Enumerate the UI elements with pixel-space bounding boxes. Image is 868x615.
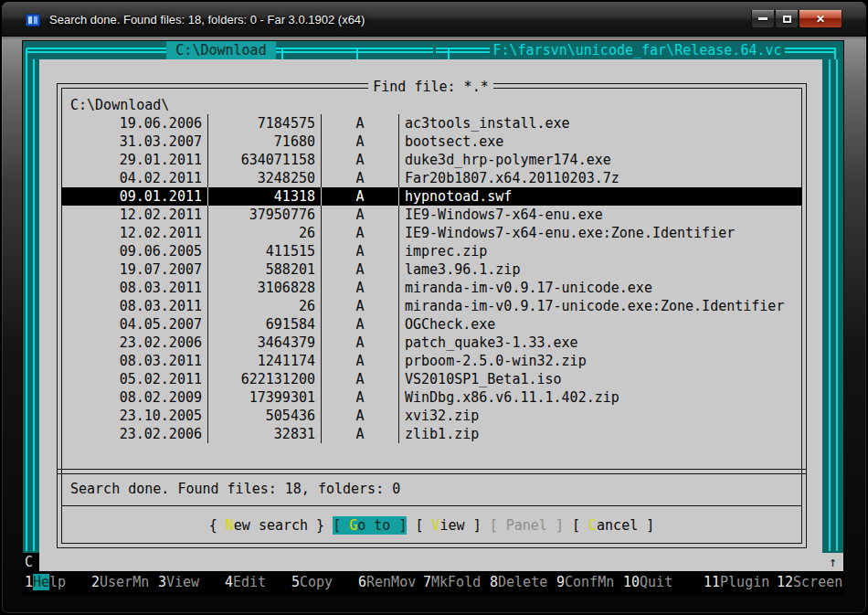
dialog-button[interactable]: [ Go to ] [333, 516, 407, 535]
keybar-number: 2 [91, 574, 100, 590]
file-size: 622131200 [208, 370, 322, 388]
dialog-button[interactable]: [ Panel ] [490, 516, 564, 535]
title-bar[interactable]: Search done. Found files: 18, folders: 0… [2, 2, 866, 37]
keybar-label: UserMn [100, 574, 149, 590]
file-size: 3106828 [208, 279, 322, 297]
file-size: 41318 [208, 187, 322, 206]
keybar-label: View [166, 574, 199, 590]
file-size: 26 [208, 224, 322, 242]
keybar-label: Edit [233, 574, 266, 590]
file-size: 411515 [208, 242, 322, 260]
file-row[interactable]: 09.06.2005 411515 A imprec.zip [61, 242, 802, 260]
keybar-item[interactable]: 2UserMn [91, 573, 149, 591]
file-date: 08.02.2009 [61, 388, 208, 407]
file-row[interactable]: 08.03.2011 26 A miranda-im-v0.9.17-unico… [61, 297, 802, 315]
file-row[interactable]: 09.01.2011 41318 A hypnotoad.swf [61, 187, 802, 206]
scroll-up-arrow[interactable]: ↑ [822, 553, 843, 571]
file-row[interactable]: 04.02.2011 3248250 A Far20b1807.x64.2011… [61, 169, 802, 187]
file-name: ac3tools_install.exe [399, 114, 802, 133]
button-hotkey: C [588, 517, 597, 534]
file-name: bootsect.exe [399, 133, 802, 151]
file-row[interactable]: 12.02.2011 26 A IE9-Windows7-x64-enu.exe… [61, 224, 802, 242]
keybar-item[interactable]: 9ConfMn [556, 573, 614, 591]
dialog-button[interactable]: [ Cancel ] [572, 516, 654, 535]
file-attr: A [322, 206, 399, 224]
left-panel-tab[interactable]: C:\Download [166, 41, 276, 59]
file-row[interactable]: 19.07.2007 588201 A lame3.96.1.zip [61, 260, 802, 279]
file-attr: A [322, 297, 399, 315]
keybar-item[interactable]: 1Help [25, 573, 66, 591]
keybar-cursor-highlight: He [33, 574, 49, 590]
file-row[interactable]: 12.02.2011 37950776 A IE9-Windows7-x64-e… [61, 206, 802, 224]
close-button[interactable]: ✕ [799, 10, 842, 28]
file-attr: A [322, 260, 399, 279]
keybar-item[interactable]: 7MkFold [423, 573, 481, 591]
file-date: 08.03.2011 [61, 352, 208, 370]
right-panel-edge [822, 59, 843, 553]
file-row[interactable]: 08.03.2011 3106828 A miranda-im-v0.9.17-… [61, 279, 802, 297]
file-row[interactable]: 23.02.2006 3464379 A patch_quake3-1.33.e… [61, 334, 802, 352]
file-row[interactable]: 08.02.2009 17399301 A WinDbg.x86.v6.11.1… [61, 388, 802, 407]
file-attr: A [322, 114, 399, 133]
file-row[interactable]: 05.02.2011 622131200 A VS2010SP1_Beta1.i… [61, 370, 802, 388]
file-name: WinDbg.x86.v6.11.1.402.zip [399, 388, 802, 407]
keybar-item[interactable]: 11Plugin [704, 573, 769, 591]
file-date: 23.02.2006 [61, 425, 208, 443]
keybar-label: lp [49, 574, 66, 590]
maximize-button[interactable] [775, 10, 799, 28]
button-bracket: [ [572, 517, 588, 534]
keybar-number: 4 [225, 574, 233, 590]
left-panel-border-line [26, 59, 35, 551]
keybar-label: MkFold [431, 574, 481, 590]
list-bottom-line-2 [58, 473, 806, 474]
command-line-fragment[interactable]: C [23, 553, 39, 571]
file-attr: A [322, 315, 399, 334]
file-row[interactable]: 19.06.2006 7184575 A ac3tools_install.ex… [61, 114, 802, 133]
icon-right-panel [34, 16, 37, 24]
keybar-label: ConfMn [565, 574, 614, 590]
keybar-item[interactable]: 8Delete [490, 573, 547, 591]
window-title: Search done. Found files: 18, folders: 0… [49, 13, 365, 27]
keybar-label: Copy [300, 574, 333, 590]
keybar-label: Quit [640, 574, 672, 590]
keybar-item[interactable]: 5Copy [291, 573, 333, 591]
file-name: duke3d_hrp-polymer174.exe [399, 151, 802, 169]
file-size: 7184575 [208, 114, 322, 133]
file-name: patch_quake3-1.33.exe [399, 334, 802, 352]
keybar-item[interactable]: 6RenMov [358, 573, 416, 591]
panel-corner-left [26, 48, 27, 59]
keybar-item[interactable]: 4Edit [225, 573, 266, 591]
minimize-button[interactable] [751, 10, 775, 28]
keybar-item[interactable]: 3View [158, 573, 199, 591]
keybar-item[interactable]: 10Quit [623, 573, 672, 591]
file-date: 12.02.2011 [61, 224, 208, 242]
dialog-button[interactable]: { New search } [209, 516, 324, 535]
panel-divider-stub-1 [281, 49, 283, 59]
file-row[interactable]: 29.01.2011 634071158 A duke3d_hrp-polyme… [61, 151, 802, 169]
keybar-number: 11 [704, 574, 720, 590]
file-attr: A [322, 334, 399, 352]
file-name: miranda-im-v0.9.17-unicode.exe:Zone.Iden… [399, 297, 802, 315]
keybar-item[interactable]: 12Screen [777, 573, 842, 591]
keybar-number: 3 [158, 574, 166, 590]
function-key-bar: 1Help 2UserMn 3View 4Edit 5Copy 6RenMov … [23, 571, 843, 595]
file-row[interactable]: 08.03.2011 1241174 A prboom-2.5.0-win32.… [61, 352, 802, 370]
file-row[interactable]: 31.03.2007 71680 A bootsect.exe [61, 133, 802, 151]
file-row[interactable]: 23.10.2005 505436 A xvi32.zip [61, 407, 802, 425]
file-attr: A [322, 169, 399, 187]
file-row[interactable]: 23.02.2006 32831 A zlib1.zip [61, 425, 802, 443]
button-label: ancel ] [597, 517, 654, 534]
keybar-label: Screen [793, 574, 842, 590]
file-attr: A [322, 187, 399, 206]
button-hotkey: V [432, 517, 440, 534]
dialog-button[interactable]: [ View ] [415, 516, 481, 535]
right-panel-title[interactable]: F:\farsvn\unicode_far\Release.64.vc [490, 41, 785, 59]
panel-divider-stub-3 [448, 49, 450, 59]
file-date: 31.03.2007 [61, 133, 208, 151]
file-date: 08.03.2011 [61, 279, 208, 297]
keybar-number: 6 [358, 574, 366, 590]
button-label: iew ] [440, 517, 482, 534]
file-row[interactable]: 04.05.2007 691584 A OGCheck.exe [61, 315, 802, 334]
icon-left-panel [28, 16, 32, 24]
file-list: 19.06.2006 7184575 A ac3tools_install.ex… [61, 114, 802, 443]
